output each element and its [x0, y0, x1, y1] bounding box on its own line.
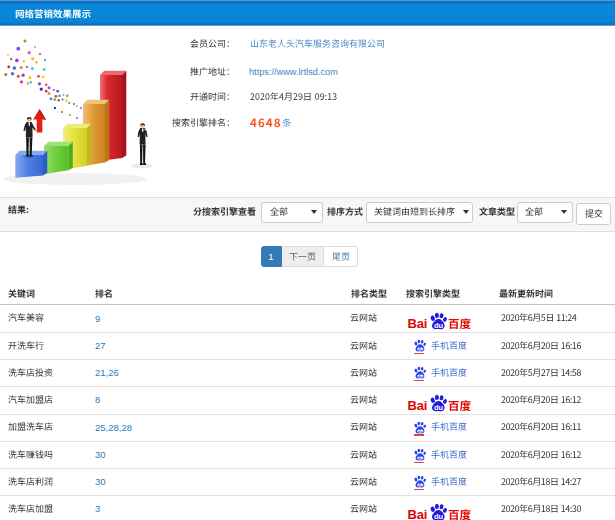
svg-text:du: du	[417, 346, 422, 351]
svg-text:du: du	[433, 320, 443, 329]
svg-text:du: du	[417, 455, 422, 460]
svg-text:du: du	[417, 483, 422, 488]
svg-text:du: du	[433, 511, 443, 520]
svg-text:du: du	[417, 374, 422, 379]
svg-text:du: du	[417, 428, 422, 433]
svg-text:du: du	[433, 402, 443, 411]
